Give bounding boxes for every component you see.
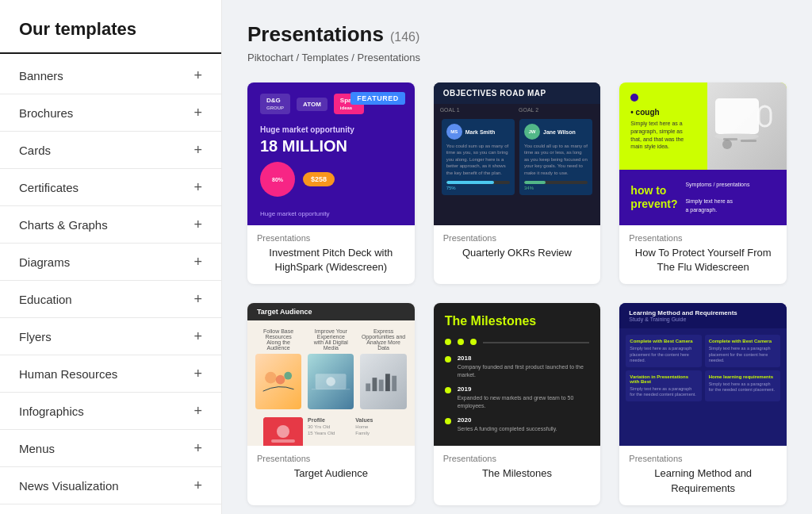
template-card-1[interactable]: FEATURED D&GGROUP ATOM Sparkideas Huge m… (247, 82, 415, 284)
expand-icon: + (193, 255, 202, 269)
svg-rect-4 (741, 140, 756, 142)
expand-icon: + (193, 441, 202, 455)
expand-icon: + (193, 404, 202, 418)
expand-icon: + (193, 143, 202, 157)
sidebar: Our templates Banners + Brochures + Card… (0, 0, 222, 514)
template-info-2: Presentations Quarterly OKRs Review (434, 225, 601, 270)
sidebar-item-certificates[interactable]: Certificates + (0, 169, 221, 206)
sidebar-item-diagrams[interactable]: Diagrams + (0, 244, 221, 281)
template-thumb-1: FEATURED D&GGROUP ATOM Sparkideas Huge m… (247, 82, 415, 225)
sidebar-item-news-visualization[interactable]: News Visualization + (0, 467, 221, 504)
main-content: Presentations (146) Piktochart / Templat… (222, 0, 812, 514)
svg-rect-13 (379, 380, 384, 392)
template-thumb-2: OBJECTIVES ROAD MAP GOAL 1 GOAL 2 MS Mar… (434, 82, 601, 225)
avatar-mark: MS (446, 124, 462, 140)
sidebar-title: Our templates (0, 19, 221, 54)
template-thumb-5: The Milestones 2018 Company founded and … (434, 303, 601, 446)
template-card-6[interactable]: Learning Method and Requirements Study &… (619, 303, 787, 504)
expand-icon: + (193, 329, 202, 343)
template-info-3: Presentations How To Protect Yourself Fr… (619, 225, 787, 284)
sidebar-item-brochures[interactable]: Brochures + (0, 94, 221, 132)
sidebar-item-human-resources[interactable]: Human Resources + (0, 355, 221, 393)
template-thumb-3: • cough Simply text here as aparagraph, … (619, 82, 787, 225)
svg-point-7 (276, 375, 285, 385)
template-card-4[interactable]: Target Audience Follow Base ResourcesAlo… (247, 303, 415, 504)
milestone-dot (445, 387, 451, 393)
expand-icon: + (193, 292, 202, 306)
template-grid: FEATURED D&GGROUP ATOM Sparkideas Huge m… (247, 82, 787, 505)
page-header: Presentations (146) Piktochart / Templat… (247, 22, 787, 63)
expand-icon: + (193, 105, 202, 120)
svg-point-5 (722, 140, 732, 149)
page-title: Presentations (146) (247, 22, 787, 47)
svg-rect-14 (385, 374, 390, 392)
template-thumb-6: Learning Method and Requirements Study &… (619, 303, 787, 446)
svg-rect-12 (373, 378, 377, 392)
svg-rect-15 (393, 376, 397, 391)
svg-rect-18 (271, 439, 295, 443)
template-info-6: Presentations Learning Method and Requir… (619, 446, 787, 504)
svg-point-8 (284, 372, 292, 380)
svg-rect-1 (759, 106, 771, 126)
sidebar-item-cards[interactable]: Cards + (0, 132, 221, 169)
expand-icon: + (193, 68, 202, 82)
template-card-2[interactable]: OBJECTIVES ROAD MAP GOAL 1 GOAL 2 MS Mar… (434, 82, 601, 284)
breadcrumb: Piktochart / Templates / Presentations (247, 52, 787, 63)
avatar-jane: JW (524, 124, 540, 140)
svg-point-10 (327, 378, 336, 387)
sidebar-item-flyers[interactable]: Flyers + (0, 318, 221, 355)
expand-icon: + (193, 217, 202, 232)
milestone-dot (445, 418, 451, 424)
svg-rect-11 (366, 384, 371, 392)
sidebar-item-banners[interactable]: Banners + (0, 57, 221, 94)
template-info-5: Presentations The Milestones (434, 446, 601, 490)
template-info-4: Presentations Target Audience (247, 446, 415, 490)
expand-icon: + (193, 478, 202, 493)
featured-badge: FEATURED (350, 92, 404, 105)
expand-icon: + (193, 180, 202, 194)
template-info-1: Presentations Investment Pitch Deck with… (247, 225, 415, 284)
template-thumb-4: Target Audience Follow Base ResourcesAlo… (247, 303, 415, 446)
template-card-3[interactable]: • cough Simply text here as aparagraph, … (619, 82, 787, 284)
sidebar-item-charts-graphs[interactable]: Charts & Graphs + (0, 206, 221, 244)
sidebar-item-infographics[interactable]: Infographics + (0, 393, 221, 430)
svg-rect-0 (715, 98, 759, 134)
expand-icon: + (193, 366, 202, 381)
sidebar-item-menus[interactable]: Menus + (0, 430, 221, 467)
svg-point-6 (265, 372, 277, 384)
svg-point-17 (277, 425, 289, 438)
sidebar-item-education[interactable]: Education + (0, 281, 221, 318)
template-card-5[interactable]: The Milestones 2018 Company founded and … (434, 303, 601, 504)
